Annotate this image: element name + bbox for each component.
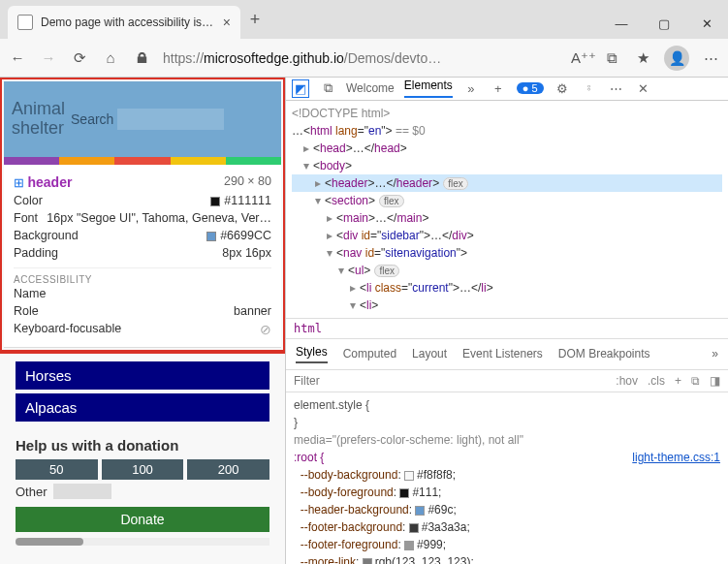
breadcrumb[interactable]: html (286, 318, 728, 339)
new-style-rule-icon[interactable]: + (675, 374, 681, 388)
reader-mode-icon[interactable]: A⁺⁺ (571, 49, 590, 67)
inspected-header[interactable]: Animalshelter Search (4, 81, 281, 157)
css-var-body-background[interactable]: --body-background: #f8f8f8; (294, 466, 720, 484)
url-path: /Demos/devto… (344, 50, 441, 66)
devtools-menu-icon[interactable]: ⋯ (608, 81, 625, 96)
refresh-button[interactable]: ⟳ (70, 49, 89, 67)
donate-amounts: 50 100 200 (0, 459, 285, 480)
tab-elements[interactable]: Elements (404, 78, 453, 98)
titlebar: Demo page with accessibility iss… × + ― … (0, 0, 728, 39)
more-tabs-icon[interactable]: » (462, 81, 480, 96)
media-query: media="(prefers-color-scheme: light), no… (294, 431, 720, 449)
donate-100[interactable]: 100 (102, 459, 184, 480)
css-var-footer-foreground[interactable]: --footer-foreground: #999; (294, 536, 720, 553)
address-bar[interactable]: https://microsoftedge.github.io/Demos/de… (163, 50, 559, 66)
root-selector: :root { (294, 451, 324, 464)
browser-toolbar: ← → ⟳ ⌂ 🔒︎ https://microsoftedge.github.… (0, 39, 728, 78)
styles-more-icon[interactable]: » (712, 347, 718, 360)
tab-computed[interactable]: Computed (343, 347, 396, 360)
window-buttons: ― ▢ ✕ (600, 8, 728, 39)
horizontal-scrollbar[interactable] (16, 538, 269, 546)
tooltip-dimensions: 290 × 80 (224, 174, 271, 190)
donate-other-input[interactable] (53, 484, 111, 499)
favorite-star-icon[interactable]: ★ (633, 49, 652, 67)
donate-200[interactable]: 200 (187, 459, 269, 480)
styles-tabs: Styles Computed Layout Event Listeners D… (286, 339, 728, 370)
inspect-element-icon[interactable]: ◩ (292, 79, 309, 98)
device-toolbar-icon[interactable]: ⧉ (319, 80, 336, 96)
inspect-tooltip: ⊞ header 290 × 80 Color#111111Font16px "… (4, 165, 281, 348)
issues-badge[interactable]: ● 5 (517, 82, 544, 94)
tab-event-listeners[interactable]: Event Listeners (462, 347, 543, 360)
site-info-icon[interactable]: 🔒︎ (132, 49, 151, 66)
forward-button[interactable]: → (39, 49, 58, 66)
nav-list: Horses Alpacas (0, 354, 285, 425)
css-var-more-link[interactable]: --more-link: rgb(123, 123, 123); (294, 553, 720, 564)
doctype-node: <!DOCTYPE html> (292, 105, 722, 122)
css-source-link[interactable]: light-theme.css:1 (632, 449, 720, 466)
nav-item-horses[interactable]: Horses (16, 361, 269, 390)
inspect-highlight-region: Animalshelter Search ⊞ header 290 × 80 C… (0, 78, 285, 352)
customize-icon[interactable]: ⦂ (581, 80, 598, 96)
tab-title: Demo page with accessibility iss… (41, 16, 215, 29)
color-stripe (4, 157, 281, 165)
maximize-button[interactable]: ▢ (643, 8, 685, 39)
styles-filter-input[interactable] (294, 374, 606, 388)
close-window-button[interactable]: ✕ (685, 8, 728, 39)
back-button[interactable]: ← (8, 49, 27, 66)
tab-dom-breakpoints[interactable]: DOM Breakpoints (558, 347, 650, 360)
cls-toggle[interactable]: .cls (648, 374, 665, 388)
search-label: Search (71, 111, 113, 127)
tooltip-tagname: header (27, 174, 72, 190)
computed-sidebar-icon[interactable]: ⧉ (691, 374, 700, 388)
donate-button[interactable]: Donate (16, 507, 269, 532)
css-var-body-foreground[interactable]: --body-foreground: #111; (294, 484, 720, 501)
css-var-footer-background[interactable]: --footer-background: #3a3a3a; (294, 518, 720, 536)
donate-other-label: Other (16, 485, 47, 499)
element-style-selector: element.style { (294, 396, 720, 414)
layout-icon: ⊞ (14, 176, 24, 190)
menu-button[interactable]: ⋯ (701, 49, 720, 67)
dom-tree[interactable]: <!DOCTYPE html> …<html lang="en"> == $0 … (286, 101, 728, 318)
search-input[interactable] (117, 109, 224, 130)
collections-icon[interactable]: ⧉ (602, 49, 621, 67)
dom-selected-header[interactable]: ▸<header>…</header>flex (292, 174, 722, 192)
nav-item-alpacas[interactable]: Alpacas (16, 393, 269, 422)
devtools-close-icon[interactable]: ✕ (635, 81, 652, 96)
devtools-toolbar: ◩ ⧉ Welcome Elements » + ● 5 ⚙ ⦂ ⋯ ✕ (286, 78, 728, 101)
favicon (17, 15, 33, 30)
styles-pane[interactable]: element.style { } media="(prefers-color-… (286, 392, 728, 564)
browser-tab[interactable]: Demo page with accessibility iss… × (8, 6, 240, 39)
css-var-header-background[interactable]: --header-background: #69c; (294, 501, 720, 518)
donate-heading: Help us with a donation (0, 425, 285, 459)
a11y-section-header: ACCESSIBILITY (14, 267, 271, 285)
tab-layout[interactable]: Layout (412, 347, 447, 360)
toggle-panel-icon[interactable]: ◨ (710, 374, 720, 388)
hov-toggle[interactable]: :hov (616, 374, 638, 388)
new-tab-button[interactable]: + (240, 10, 269, 30)
url-scheme: https:// (163, 50, 204, 66)
home-button[interactable]: ⌂ (101, 49, 120, 66)
styles-filter-row: :hov .cls + ⧉ ◨ (286, 370, 728, 392)
profile-avatar[interactable]: 👤 (664, 46, 689, 71)
settings-gear-icon[interactable]: ⚙ (554, 81, 571, 96)
page-viewport: Animalshelter Search ⊞ header 290 × 80 C… (0, 78, 286, 564)
tab-styles[interactable]: Styles (296, 345, 328, 363)
url-host: microsoftedge.github.io (204, 50, 344, 66)
tab-welcome[interactable]: Welcome (346, 81, 395, 95)
minimize-button[interactable]: ― (600, 8, 643, 39)
add-tab-icon[interactable]: + (490, 81, 507, 96)
site-logo: Animalshelter (12, 100, 65, 139)
donate-50[interactable]: 50 (16, 459, 98, 480)
devtools-panel: ◩ ⧉ Welcome Elements » + ● 5 ⚙ ⦂ ⋯ ✕ <!D… (286, 78, 728, 564)
tab-close-icon[interactable]: × (223, 15, 231, 30)
